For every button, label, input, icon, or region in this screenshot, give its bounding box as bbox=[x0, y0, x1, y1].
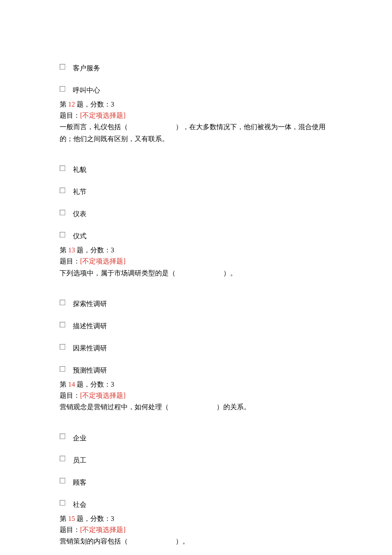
question-prefix: 第 bbox=[60, 101, 68, 108]
question-type-line: 题目：[不定项选择题] bbox=[60, 256, 332, 267]
question-header: 第 12 题，分数：3 题目：[不定项选择题] 一般而言，礼仪包括（ ），在大多… bbox=[60, 99, 332, 144]
option-label: 礼节 bbox=[73, 187, 86, 197]
checkbox-icon[interactable] bbox=[60, 500, 65, 506]
list-item: 顾客 bbox=[60, 477, 332, 488]
question-stem: 营销策划的内容包括（ ）。 bbox=[60, 536, 332, 547]
question-number: 12 bbox=[68, 101, 75, 108]
list-item: 员工 bbox=[60, 455, 332, 465]
checkbox-icon[interactable] bbox=[60, 478, 65, 483]
list-item: 探索性调研 bbox=[60, 299, 332, 309]
checkbox-icon[interactable] bbox=[60, 366, 65, 372]
checkbox-icon[interactable] bbox=[60, 322, 65, 327]
list-item: 描述性调研 bbox=[60, 321, 332, 331]
question-number-line: 第 14 题，分数：3 bbox=[60, 379, 332, 390]
checkbox-icon[interactable] bbox=[60, 434, 65, 439]
question-score: 3 bbox=[111, 381, 114, 388]
question-header: 第 14 题，分数：3 题目：[不定项选择题] 营销观念是营销过程中，如何处理（… bbox=[60, 379, 332, 413]
question-type: [不定项选择题] bbox=[80, 392, 126, 399]
question-stem: 一般而言，礼仪包括（ ），在大多数情况下，他们被视为一体，混合使用 bbox=[60, 121, 332, 133]
option-label: 描述性调研 bbox=[73, 321, 107, 331]
checkbox-icon[interactable] bbox=[60, 188, 65, 193]
question-score: 3 bbox=[111, 246, 114, 254]
question-type-prefix: 题目： bbox=[60, 526, 80, 533]
question-stem: 营销观念是营销过程中，如何处理（ ）的关系。 bbox=[60, 402, 332, 413]
question-prefix: 第 bbox=[60, 381, 68, 388]
question-mid: 题，分数： bbox=[75, 246, 111, 254]
question-type: [不定项选择题] bbox=[80, 112, 126, 119]
question-prefix: 第 bbox=[60, 515, 68, 522]
question-type-prefix: 题目： bbox=[60, 257, 80, 265]
list-item: 仪式 bbox=[60, 231, 332, 241]
option-label: 员工 bbox=[73, 455, 86, 465]
list-item: 礼貌 bbox=[60, 165, 332, 175]
question-type: [不定项选择题] bbox=[80, 257, 126, 265]
checkbox-icon[interactable] bbox=[60, 165, 65, 171]
option-label: 礼貌 bbox=[73, 165, 86, 175]
question-type-line: 题目：[不定项选择题] bbox=[60, 390, 332, 401]
question-number: 14 bbox=[68, 381, 75, 388]
option-label: 社会 bbox=[73, 500, 86, 510]
question-number-line: 第 15 题，分数：3 bbox=[60, 513, 332, 524]
question-type-line: 题目：[不定项选择题] bbox=[60, 524, 332, 535]
option-label: 顾客 bbox=[73, 477, 86, 488]
checkbox-icon[interactable] bbox=[60, 210, 65, 215]
option-label: 探索性调研 bbox=[73, 299, 107, 309]
question-number-line: 第 12 题，分数：3 bbox=[60, 99, 332, 110]
list-item: 企业 bbox=[60, 433, 332, 443]
option-label: 企业 bbox=[73, 433, 86, 443]
option-label: 因果性调研 bbox=[73, 343, 107, 353]
option-label: 仪表 bbox=[73, 209, 86, 219]
question-type: [不定项选择题] bbox=[80, 526, 126, 533]
question-stem: 的；他们之间既有区别，又有联系。 bbox=[60, 133, 332, 145]
question-header: 第 15 题，分数：3 题目：[不定项选择题] 营销策划的内容包括（ ）。 bbox=[60, 513, 332, 547]
question-header: 第 13 题，分数：3 题目：[不定项选择题] 下列选项中，属于市场调研类型的是… bbox=[60, 245, 332, 278]
checkbox-icon[interactable] bbox=[60, 344, 65, 350]
list-item: 客户服务 bbox=[60, 63, 332, 73]
checkbox-icon[interactable] bbox=[60, 456, 65, 461]
question-score: 3 bbox=[111, 515, 114, 522]
question-stem: 下列选项中，属于市场调研类型的是（ ）。 bbox=[60, 268, 332, 279]
checkbox-icon[interactable] bbox=[60, 86, 65, 92]
option-label: 预测性调研 bbox=[73, 365, 107, 376]
question-mid: 题，分数： bbox=[75, 515, 111, 522]
option-label: 呼叫中心 bbox=[73, 85, 100, 95]
question-prefix: 第 bbox=[60, 246, 68, 254]
option-label: 客户服务 bbox=[73, 63, 100, 73]
list-item: 因果性调研 bbox=[60, 343, 332, 353]
option-label: 仪式 bbox=[73, 231, 86, 241]
question-number: 13 bbox=[68, 246, 75, 254]
question-score: 3 bbox=[111, 101, 114, 108]
list-item: 仪表 bbox=[60, 209, 332, 219]
checkbox-icon[interactable] bbox=[60, 300, 65, 305]
list-item: 预测性调研 bbox=[60, 365, 332, 376]
question-mid: 题，分数： bbox=[75, 381, 111, 388]
question-number: 15 bbox=[68, 515, 75, 522]
list-item: 社会 bbox=[60, 500, 332, 510]
list-item: 呼叫中心 bbox=[60, 85, 332, 95]
checkbox-icon[interactable] bbox=[60, 232, 65, 237]
checkbox-icon[interactable] bbox=[60, 64, 65, 69]
question-type-prefix: 题目： bbox=[60, 392, 80, 399]
list-item: 礼节 bbox=[60, 187, 332, 197]
question-type-prefix: 题目： bbox=[60, 112, 80, 119]
question-type-line: 题目：[不定项选择题] bbox=[60, 110, 332, 121]
question-number-line: 第 13 题，分数：3 bbox=[60, 245, 332, 256]
question-mid: 题，分数： bbox=[75, 101, 111, 108]
